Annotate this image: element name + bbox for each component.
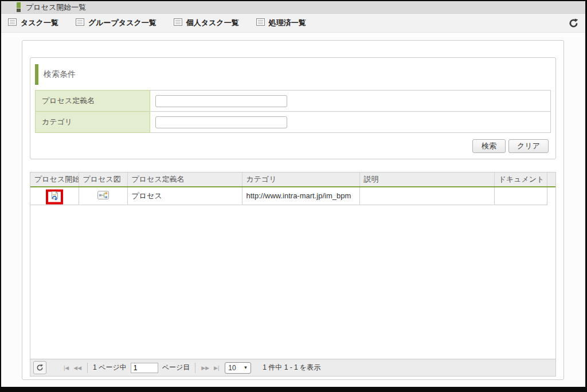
search-panel: 検索条件 プロセス定義名 カテゴリ bbox=[30, 57, 556, 159]
list-icon bbox=[8, 18, 17, 28]
record-count-status: 1 件中 1 - 1 を表示 bbox=[263, 363, 320, 373]
column-header-filler bbox=[547, 173, 555, 187]
search-header: 検索条件 bbox=[30, 58, 555, 90]
menu-item-label: 処理済一覧 bbox=[269, 18, 306, 28]
refresh-icon[interactable] bbox=[569, 18, 578, 28]
menu-item-label: グループタスク一覧 bbox=[88, 18, 156, 28]
search-button[interactable]: 検索 bbox=[472, 139, 506, 153]
column-header-definition-name: プロセス定義名 bbox=[127, 173, 242, 187]
column-header-description: 説明 bbox=[359, 173, 494, 187]
next-page-icon[interactable]: ▶▶ bbox=[199, 365, 212, 371]
grid-refresh-button[interactable] bbox=[33, 361, 46, 374]
page-count-label: 1 ページ中 bbox=[93, 363, 127, 373]
table-header-row: プロセス開始 プロセス図 プロセス定義名 カテゴリ 説明 ドキュメント bbox=[30, 173, 555, 187]
last-page-icon[interactable]: ▶| bbox=[212, 365, 221, 371]
highlight-box bbox=[46, 189, 63, 204]
prev-page-icon[interactable]: ◀◀ bbox=[71, 365, 84, 371]
app-window: プロセス開始一覧 タスク一覧 グループタスク一覧 個人タスク一覧 処理済一覧 bbox=[0, 0, 587, 392]
grid-empty-area bbox=[30, 205, 555, 359]
dropdown-arrow-icon: ▼ bbox=[243, 365, 248, 370]
title-marker-icon bbox=[17, 2, 21, 12]
page-suffix-label: ページ目 bbox=[162, 363, 190, 373]
form-row-process-definition-name: プロセス定義名 bbox=[36, 91, 551, 112]
process-start-icon[interactable] bbox=[50, 191, 59, 202]
column-header-process-diagram: プロセス図 bbox=[79, 173, 127, 187]
list-icon bbox=[174, 18, 182, 28]
pagination-bar: |◀ ◀◀ 1 ページ中 ページ目 ▶▶ ▶| 10 ▼ 1 件中 1 - 1 … bbox=[30, 359, 555, 376]
table-row: プロセス http://www.intra-mart.jp/im_bpm bbox=[30, 187, 555, 205]
category-input[interactable] bbox=[155, 116, 287, 128]
divider bbox=[195, 363, 195, 373]
column-header-document: ドキュメント bbox=[494, 173, 547, 187]
process-definition-name-input[interactable] bbox=[155, 95, 287, 107]
menu-item-personal-task-list[interactable]: 個人タスク一覧 bbox=[174, 18, 239, 28]
toolbar: タスク一覧 グループタスク一覧 個人タスク一覧 処理済一覧 bbox=[1, 14, 585, 33]
column-header-category: カテゴリ bbox=[242, 173, 359, 187]
menu-item-group-task-list[interactable]: グループタスク一覧 bbox=[76, 18, 156, 28]
search-form: プロセス定義名 カテゴリ bbox=[35, 90, 551, 133]
menu-item-processed-list[interactable]: 処理済一覧 bbox=[256, 18, 306, 28]
process-grid-panel: プロセス開始 プロセス図 プロセス定義名 カテゴリ 説明 ドキュメント bbox=[30, 172, 556, 377]
clear-button[interactable]: クリア bbox=[508, 139, 549, 153]
menu-item-label: タスク一覧 bbox=[21, 18, 58, 28]
process-diagram-icon[interactable] bbox=[97, 191, 109, 199]
list-icon bbox=[256, 18, 265, 28]
menu-item-task-list[interactable]: タスク一覧 bbox=[8, 18, 58, 28]
form-row-category: カテゴリ bbox=[36, 112, 551, 133]
search-title: 検索条件 bbox=[44, 69, 76, 80]
page-title: プロセス開始一覧 bbox=[26, 2, 86, 13]
list-icon bbox=[76, 18, 84, 28]
cell-definition-name: プロセス bbox=[127, 187, 242, 205]
cell-category: http://www.intra-mart.jp/im_bpm bbox=[242, 187, 359, 205]
search-buttons: 検索 クリア bbox=[472, 139, 549, 153]
page-number-input[interactable] bbox=[131, 363, 158, 373]
content-container: 検索条件 プロセス定義名 カテゴリ bbox=[22, 40, 564, 380]
cell-description bbox=[359, 187, 494, 205]
page-size-value: 10 bbox=[228, 364, 236, 372]
divider bbox=[87, 363, 88, 373]
first-page-icon[interactable]: |◀ bbox=[61, 365, 71, 371]
column-header-process-start: プロセス開始 bbox=[30, 173, 79, 187]
cell-document bbox=[494, 187, 547, 205]
titlebar: プロセス開始一覧 bbox=[1, 1, 585, 14]
field-label: プロセス定義名 bbox=[36, 91, 150, 112]
process-table: プロセス開始 プロセス図 プロセス定義名 カテゴリ 説明 ドキュメント bbox=[30, 173, 555, 205]
page-size-select[interactable]: 10 ▼ bbox=[225, 362, 251, 374]
menu-item-label: 個人タスク一覧 bbox=[186, 18, 239, 28]
field-label: カテゴリ bbox=[36, 112, 150, 133]
section-marker-icon bbox=[35, 64, 38, 85]
